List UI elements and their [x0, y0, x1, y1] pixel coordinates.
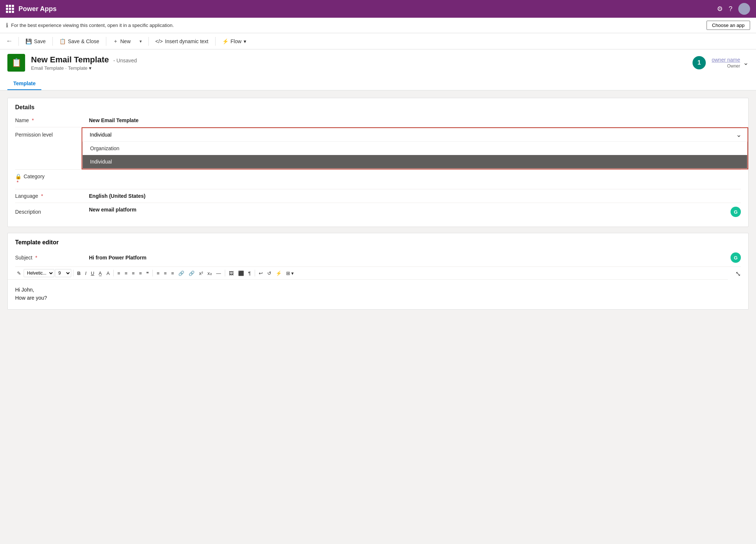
align-center-btn[interactable]: ≡: [155, 270, 161, 277]
main-content: Details Name * New Email Template Permis…: [0, 90, 756, 317]
permission-option-individual[interactable]: Individual: [83, 155, 747, 168]
subscript-btn[interactable]: x₂: [206, 270, 214, 277]
breadcrumb-separator: ·: [65, 65, 67, 71]
hr-btn[interactable]: —: [214, 270, 223, 277]
command-bar: ← 💾 Save 📋 Save & Close ＋ New ▾ </> Inse…: [0, 33, 756, 49]
insert-dynamic-button[interactable]: </> Insert dynamic text: [152, 37, 212, 46]
permission-select[interactable]: Individual Organization: [82, 128, 748, 141]
owner-name[interactable]: owner name: [712, 57, 740, 63]
description-value: New email platform G: [82, 203, 748, 221]
app-title: Power Apps: [18, 5, 712, 13]
save-close-icon: 📋: [59, 38, 66, 44]
choose-app-button[interactable]: Choose an app: [707, 21, 750, 30]
cmd-separator-4: [148, 37, 149, 46]
back-button[interactable]: ←: [3, 36, 16, 47]
entity-badge[interactable]: 1: [693, 56, 706, 69]
breadcrumb-link-1[interactable]: Email Template: [31, 65, 64, 71]
save-close-button[interactable]: 📋 Save & Close: [56, 37, 103, 46]
entity-unsaved: - Unsaved: [113, 58, 137, 63]
link-btn[interactable]: 🔗: [176, 270, 186, 277]
tabs-row: Template: [7, 78, 749, 90]
entity-title-area: New Email Template - Unsaved Email Templ…: [31, 55, 687, 71]
outdent-btn[interactable]: ≡: [137, 270, 144, 277]
pencil-btn[interactable]: ✎: [15, 270, 23, 277]
flow-dropdown-icon: ▾: [244, 38, 246, 44]
editor-header: Template editor: [8, 233, 748, 249]
lock-icon: 🔒: [15, 173, 21, 179]
details-card: Details Name * New Email Template Permis…: [7, 98, 749, 227]
template-editor-card: Template editor Subject * G ⤡: [7, 233, 749, 310]
font-size-select[interactable]: 9: [55, 269, 71, 277]
permission-cell: Individual Organization ⌄ Organization I…: [82, 127, 748, 169]
cmd-separator-5: [215, 37, 216, 46]
new-dropdown-button[interactable]: ▾: [136, 37, 145, 45]
settings-icon[interactable]: ⚙: [717, 5, 723, 13]
align-right-btn[interactable]: ≡: [162, 270, 169, 277]
info-message: For the best experience viewing this con…: [11, 23, 174, 28]
permission-dropdown-options: Organization Individual: [82, 142, 748, 169]
permission-row: Permission level Individual Organization…: [8, 127, 748, 169]
new-button[interactable]: ＋ New: [109, 37, 134, 46]
info-icon: ℹ: [6, 22, 8, 29]
owner-chevron[interactable]: ⌄: [743, 59, 749, 67]
subject-grammarly-icon[interactable]: G: [731, 252, 741, 263]
breadcrumb-link-2[interactable]: Template: [68, 65, 87, 71]
save-button[interactable]: 💾 Save: [22, 37, 49, 46]
editor-toolbar: ✎ Helvetic... 9 B I U A̲ A ≡ ≡ ≡ ≡ ❝ ≡ ≡…: [8, 267, 728, 280]
undo-btn[interactable]: ↩: [257, 270, 265, 277]
align-ordered-btn[interactable]: ≡: [123, 270, 130, 277]
align-unordered-btn[interactable]: ≡: [130, 270, 137, 277]
superscript-btn[interactable]: x²: [197, 270, 205, 277]
breadcrumb-chevron[interactable]: ▾: [89, 65, 92, 71]
owner-area: owner name Owner ⌄: [712, 57, 749, 69]
align-left-btn[interactable]: ≡: [116, 270, 122, 277]
editor-form: Subject * G: [8, 249, 748, 266]
subject-cell: G: [82, 249, 748, 266]
justify-btn[interactable]: ≡: [169, 270, 176, 277]
unlink-btn[interactable]: 🔗: [187, 270, 196, 277]
help-icon[interactable]: ?: [729, 5, 732, 13]
italic-btn[interactable]: I: [83, 270, 88, 277]
flow-button[interactable]: ⚡ Flow ▾: [219, 37, 250, 46]
permission-label: Permission level: [8, 127, 82, 169]
subject-input[interactable]: [89, 255, 731, 261]
save-icon: 💾: [25, 38, 32, 44]
cmd-separator-3: [106, 37, 106, 46]
paragraph-btn[interactable]: ¶: [247, 270, 253, 277]
details-header: Details: [8, 98, 748, 114]
language-label: Language *: [8, 189, 82, 203]
font-family-select[interactable]: Helvetic...: [24, 269, 54, 277]
description-row: Description New email platform G: [8, 203, 748, 221]
bold-btn[interactable]: B: [75, 270, 82, 277]
redo-btn[interactable]: ↺: [265, 270, 273, 277]
owner-label: Owner: [712, 63, 740, 69]
grammarly-icon[interactable]: G: [731, 207, 741, 217]
subject-row: Subject * G: [8, 249, 748, 266]
embed-btn[interactable]: ⬛: [236, 270, 246, 277]
editor-body[interactable]: Hi John, How are you?: [8, 280, 748, 309]
underline-btn[interactable]: U: [89, 270, 96, 277]
tab-template[interactable]: Template: [7, 78, 41, 90]
permission-dropdown-container: Individual Organization ⌄ Organization I…: [82, 127, 748, 169]
waffle-menu[interactable]: [6, 5, 14, 13]
language-value: English (United States): [82, 189, 748, 203]
user-avatar[interactable]: [738, 3, 750, 15]
description-label: Description: [8, 203, 82, 221]
name-row: Name * New Email Template: [8, 114, 748, 127]
font-color-btn[interactable]: A: [104, 270, 111, 277]
name-value: New Email Template: [82, 114, 748, 127]
page-header: 📋 New Email Template - Unsaved Email Tem…: [0, 49, 756, 90]
image-btn[interactable]: 🖼: [227, 270, 236, 277]
permission-option-organization[interactable]: Organization: [83, 142, 747, 155]
name-label: Name *: [8, 114, 82, 127]
subject-label: Subject *: [8, 249, 82, 266]
entity-name: New Email Template: [31, 55, 109, 64]
editor-line-1: Hi John,: [15, 286, 741, 294]
highlight-btn[interactable]: A̲: [97, 270, 104, 277]
expand-icon[interactable]: ⤡: [735, 270, 741, 278]
source-btn[interactable]: ⚡: [274, 270, 284, 277]
table-btn[interactable]: ⊞ ▾: [284, 270, 296, 277]
blockquote-btn[interactable]: ❝: [144, 270, 151, 277]
cmd-separator-2: [52, 37, 53, 46]
category-value: [82, 170, 748, 189]
